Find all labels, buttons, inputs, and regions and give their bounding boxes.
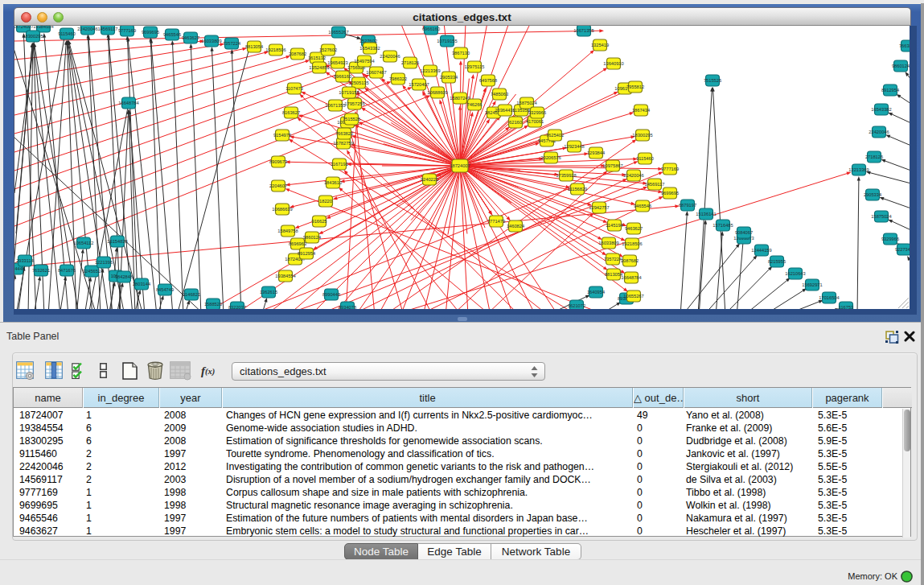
svg-text:1527602: 1527602 bbox=[319, 47, 337, 52]
svg-text:9465546: 9465546 bbox=[163, 32, 181, 37]
svg-text:4170061: 4170061 bbox=[526, 119, 544, 124]
svg-text:16782759: 16782759 bbox=[333, 141, 353, 146]
svg-text:7485063: 7485063 bbox=[491, 92, 508, 97]
svg-text:16154838: 16154838 bbox=[107, 239, 127, 244]
svg-text:1621072: 1621072 bbox=[568, 303, 585, 308]
svg-text:12213369: 12213369 bbox=[420, 68, 440, 73]
svg-text:9115460: 9115460 bbox=[636, 156, 654, 161]
svg-text:9227342: 9227342 bbox=[895, 247, 910, 252]
svg-text:10975867: 10975867 bbox=[602, 163, 622, 168]
svg-text:9084067: 9084067 bbox=[735, 230, 753, 235]
svg-text:15807249: 15807249 bbox=[450, 96, 470, 101]
svg-text:7515526: 7515526 bbox=[704, 78, 721, 83]
svg-text:1325419: 1325419 bbox=[591, 43, 609, 47]
svg-text:2718126: 2718126 bbox=[401, 60, 419, 65]
svg-text:15692971: 15692971 bbox=[802, 282, 822, 287]
svg-text:8912954: 8912954 bbox=[881, 88, 899, 93]
svg-text:8909673: 8909673 bbox=[269, 159, 287, 164]
svg-text:9465546: 9465546 bbox=[634, 204, 651, 208]
svg-text:9463627: 9463627 bbox=[182, 35, 199, 40]
svg-text:19218506: 19218506 bbox=[622, 241, 642, 246]
svg-text:9860124: 9860124 bbox=[892, 64, 910, 68]
svg-text:13640910: 13640910 bbox=[603, 61, 623, 66]
svg-text:12923448: 12923448 bbox=[564, 144, 584, 149]
svg-text:10607487: 10607487 bbox=[366, 70, 386, 75]
svg-text:7515526: 7515526 bbox=[343, 117, 360, 122]
svg-text:62160: 62160 bbox=[509, 120, 522, 125]
svg-text:2087682: 2087682 bbox=[289, 51, 306, 56]
svg-text:9842848: 9842848 bbox=[115, 274, 133, 279]
svg-text:16210643: 16210643 bbox=[785, 271, 805, 276]
svg-text:16033809: 16033809 bbox=[201, 39, 221, 43]
svg-text:18220: 18220 bbox=[319, 199, 332, 204]
svg-text:16543382: 16543382 bbox=[871, 107, 891, 112]
svg-text:15849758: 15849758 bbox=[277, 229, 298, 233]
svg-text:12505135: 12505135 bbox=[348, 80, 368, 85]
svg-text:18300295: 18300295 bbox=[632, 133, 652, 138]
svg-text:10671355: 10671355 bbox=[573, 28, 593, 33]
svg-text:15875024: 15875024 bbox=[871, 214, 891, 219]
svg-text:1588520: 1588520 bbox=[204, 302, 222, 307]
svg-text:9699695: 9699695 bbox=[661, 191, 679, 196]
svg-text:1615132: 1615132 bbox=[308, 56, 326, 60]
svg-text:9699695: 9699695 bbox=[142, 30, 159, 35]
svg-text:8454749: 8454749 bbox=[156, 287, 174, 292]
svg-text:(x): (x) bbox=[205, 367, 215, 377]
svg-text:17957255: 17957255 bbox=[344, 101, 364, 106]
svg-text:10719155: 10719155 bbox=[339, 90, 359, 95]
svg-text:20206576: 20206576 bbox=[540, 155, 561, 160]
svg-text:2718126: 2718126 bbox=[865, 154, 883, 159]
svg-text:1167191: 1167191 bbox=[331, 162, 348, 167]
svg-text:1362615: 1362615 bbox=[260, 290, 277, 295]
svg-text:22420046: 22420046 bbox=[380, 54, 400, 59]
svg-text:18724007: 18724007 bbox=[14, 26, 34, 29]
svg-text:2204607: 2204607 bbox=[269, 183, 287, 188]
svg-text:10655267: 10655267 bbox=[328, 30, 348, 35]
svg-text:18300295: 18300295 bbox=[23, 34, 43, 39]
svg-text:7771479: 7771479 bbox=[487, 219, 505, 224]
svg-text:6966160: 6966160 bbox=[334, 74, 351, 79]
svg-text:2087682: 2087682 bbox=[621, 258, 639, 263]
svg-text:12942757: 12942757 bbox=[589, 205, 609, 210]
svg-text:2803144: 2803144 bbox=[133, 282, 150, 286]
svg-text:9860124: 9860124 bbox=[303, 235, 321, 240]
svg-text:1640954: 1640954 bbox=[587, 290, 605, 295]
svg-text:6497568: 6497568 bbox=[479, 78, 497, 83]
svg-text:9777169: 9777169 bbox=[118, 28, 136, 33]
svg-text:9240221: 9240221 bbox=[421, 177, 438, 182]
svg-text:15497594: 15497594 bbox=[354, 59, 374, 64]
svg-text:1867434: 1867434 bbox=[632, 108, 650, 113]
svg-text:7357224: 7357224 bbox=[604, 257, 622, 262]
svg-text:9245652: 9245652 bbox=[83, 269, 101, 274]
svg-text:2933114: 2933114 bbox=[16, 258, 34, 263]
svg-text:1145194: 1145194 bbox=[606, 223, 623, 228]
svg-text:19384554: 19384554 bbox=[33, 26, 53, 29]
svg-text:7955812: 7955812 bbox=[626, 84, 644, 89]
svg-text:13524851: 13524851 bbox=[309, 65, 329, 70]
svg-text:7986322: 7986322 bbox=[389, 76, 407, 81]
svg-text:8813054: 8813054 bbox=[245, 44, 263, 49]
svg-text:9146821: 9146821 bbox=[183, 292, 200, 297]
svg-text:6879197: 6879197 bbox=[679, 203, 696, 208]
svg-text:10671355: 10671355 bbox=[325, 103, 345, 108]
svg-text:1293844: 1293844 bbox=[587, 150, 605, 155]
svg-text:12213369: 12213369 bbox=[848, 167, 869, 172]
svg-text:15136141: 15136141 bbox=[696, 212, 716, 216]
svg-text:8813054: 8813054 bbox=[605, 272, 622, 277]
svg-text:8990448: 8990448 bbox=[322, 292, 340, 297]
svg-text:1460824: 1460824 bbox=[507, 224, 524, 229]
svg-text:8471676: 8471676 bbox=[58, 268, 76, 273]
svg-text:9329966: 9329966 bbox=[881, 237, 899, 241]
svg-text:7663822: 7663822 bbox=[335, 131, 353, 136]
svg-text:16033809: 16033809 bbox=[598, 241, 618, 245]
svg-text:8215955: 8215955 bbox=[768, 259, 786, 264]
svg-text:17016504: 17016504 bbox=[819, 295, 839, 300]
svg-text:9115460: 9115460 bbox=[58, 31, 76, 36]
svg-text:916625: 916625 bbox=[312, 219, 327, 224]
svg-text:16543382: 16543382 bbox=[359, 46, 380, 51]
svg-text:1221396: 1221396 bbox=[95, 260, 113, 265]
svg-text:746266: 746266 bbox=[467, 102, 483, 107]
svg-text:10655267: 10655267 bbox=[623, 294, 643, 299]
svg-text:19218506: 19218506 bbox=[265, 47, 285, 52]
svg-text:14569117: 14569117 bbox=[645, 182, 665, 187]
